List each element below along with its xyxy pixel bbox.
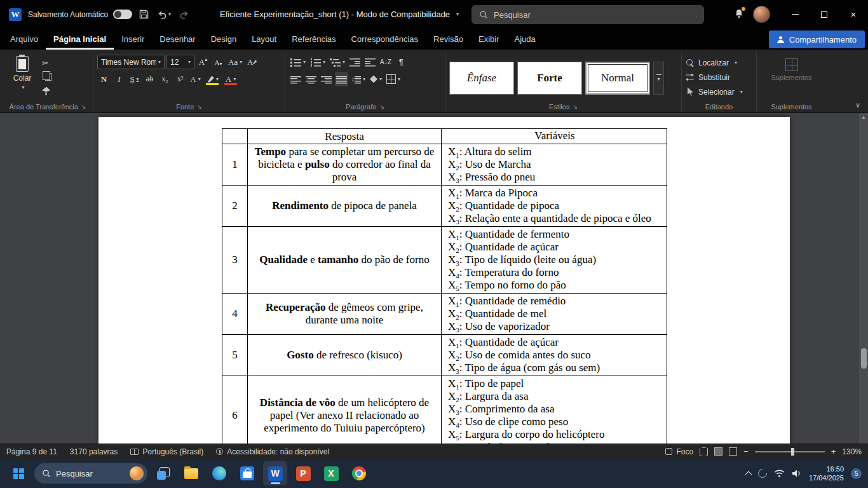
task-view-button[interactable] bbox=[151, 461, 175, 485]
word-count[interactable]: 3170 palavras bbox=[70, 447, 118, 456]
row-number-cell[interactable]: 1 bbox=[222, 144, 248, 186]
excel-taskbar-button[interactable]: X bbox=[319, 461, 343, 485]
scrollbar-thumb[interactable] bbox=[861, 348, 867, 369]
file-explorer-button[interactable] bbox=[179, 461, 203, 485]
paragraph-dialog-launcher[interactable]: ↘ bbox=[379, 104, 384, 110]
maximize-button[interactable] bbox=[810, 0, 839, 29]
resposta-cell[interactable]: Rendimento de pipoca de panela bbox=[248, 186, 442, 227]
read-mode-view-button[interactable] bbox=[700, 447, 708, 456]
styles-gallery-more-button[interactable]: ▾ bbox=[653, 62, 664, 95]
resposta-cell[interactable]: Recuperação de gêmeos com gripe, durante… bbox=[248, 294, 442, 335]
decrease-indent-button[interactable] bbox=[348, 55, 362, 69]
ribbon-tab-arquivo[interactable]: Arquivo bbox=[3, 29, 46, 50]
chrome-taskbar-button[interactable] bbox=[347, 461, 371, 485]
format-painter-button[interactable] bbox=[42, 86, 57, 96]
shrink-font-button[interactable]: A▾ bbox=[212, 55, 225, 69]
font-dialog-launcher[interactable]: ↘ bbox=[197, 104, 202, 110]
notification-badge[interactable]: 5 bbox=[851, 468, 862, 479]
align-center-button[interactable] bbox=[304, 72, 318, 86]
resposta-cell[interactable]: Qualidade e tamanho do pão de forno bbox=[248, 227, 442, 294]
shading-button[interactable]: ▾ bbox=[369, 72, 383, 86]
zoom-in-button[interactable]: + bbox=[831, 447, 836, 456]
paste-button[interactable]: Colar ▾ bbox=[6, 53, 38, 100]
ribbon-tab-desenhar[interactable]: Desenhar bbox=[152, 29, 203, 50]
autosave-toggle[interactable] bbox=[113, 10, 132, 19]
variaveis-cell[interactable]: X1: Marca da PipocaX2: Quantidade de pip… bbox=[442, 186, 667, 227]
ribbon-tab-revisao[interactable]: Revisão bbox=[426, 29, 471, 50]
undo-button[interactable]: ▾ bbox=[155, 6, 173, 24]
zoom-out-button[interactable]: − bbox=[743, 447, 749, 456]
header-empty-cell[interactable] bbox=[222, 129, 248, 144]
document-page[interactable]: Resposta Variáveis 1Tempo para se comple… bbox=[98, 117, 790, 444]
minimize-button[interactable] bbox=[780, 0, 810, 29]
close-button[interactable]: × bbox=[839, 0, 868, 29]
style-forte[interactable]: Forte bbox=[517, 62, 582, 95]
variaveis-cell[interactable]: X1: Quantidade de açúcarX2: Uso de comid… bbox=[442, 335, 667, 376]
underline-button[interactable]: S▾ bbox=[128, 72, 141, 86]
sync-icon[interactable] bbox=[756, 467, 769, 480]
style-enfase[interactable]: Ênfase bbox=[449, 62, 514, 95]
variaveis-cell[interactable]: X1: Quantidade de fermentoX2: Quantidade… bbox=[442, 227, 667, 294]
variaveis-cell[interactable]: X1: Tipo de papelX2: Largura da asaX3: C… bbox=[442, 376, 667, 444]
zoom-slider-thumb[interactable] bbox=[791, 448, 794, 456]
justify-button[interactable] bbox=[335, 72, 348, 86]
wifi-icon[interactable] bbox=[774, 469, 785, 478]
row-number-cell[interactable]: 4 bbox=[222, 294, 248, 335]
web-layout-view-button[interactable] bbox=[729, 447, 737, 456]
variaveis-cell[interactable]: X1: Quantidade de remédioX2: Quantidade … bbox=[442, 294, 667, 335]
language-indicator[interactable]: Português (Brasil) bbox=[130, 447, 203, 456]
taskbar-search[interactable]: Pesquisar bbox=[34, 463, 147, 484]
resposta-cell[interactable]: Distância de vôo de um helicóptero de pa… bbox=[248, 376, 442, 444]
start-button[interactable] bbox=[6, 461, 31, 485]
collapse-ribbon-button[interactable]: ∨ bbox=[855, 101, 860, 109]
volume-icon[interactable] bbox=[792, 469, 802, 478]
redo-button[interactable] bbox=[175, 6, 193, 24]
hidden-icons-chevron-icon[interactable] bbox=[745, 471, 752, 478]
accessibility-indicator[interactable]: Acessibilidade: não disponível bbox=[216, 447, 329, 456]
copy-button[interactable] bbox=[42, 72, 57, 82]
resposta-cell[interactable]: Gosto de refresco (kisuco) bbox=[248, 335, 442, 376]
align-left-button[interactable] bbox=[289, 72, 302, 86]
sort-button[interactable]: A↓Z bbox=[379, 55, 393, 69]
row-number-cell[interactable]: 5 bbox=[222, 335, 248, 376]
italic-button[interactable]: I bbox=[112, 72, 126, 86]
font-color-button[interactable]: A▾ bbox=[222, 72, 239, 86]
row-number-cell[interactable]: 3 bbox=[222, 227, 248, 294]
font-family-combo[interactable]: Times New Roman▾ bbox=[97, 55, 165, 69]
clipboard-dialog-launcher[interactable]: ↘ bbox=[81, 104, 86, 110]
borders-button[interactable]: ▾ bbox=[385, 72, 402, 86]
subscript-button[interactable]: x₂ bbox=[158, 72, 172, 86]
clear-formatting-button[interactable]: A bbox=[245, 55, 259, 69]
edge-button[interactable] bbox=[207, 461, 231, 485]
ribbon-tab-inserir[interactable]: Inserir bbox=[114, 29, 152, 50]
bold-button[interactable]: N bbox=[97, 72, 111, 86]
ribbon-tab-layout[interactable]: Layout bbox=[244, 29, 284, 50]
ribbon-tab-design[interactable]: Design bbox=[203, 29, 244, 50]
replace-button[interactable]: Substituir bbox=[686, 71, 752, 84]
highlight-color-button[interactable]: ▾ bbox=[204, 72, 220, 86]
strikethrough-button[interactable]: ab bbox=[143, 72, 156, 86]
ribbon-tab-correspondencias[interactable]: Correspondências bbox=[344, 29, 426, 50]
select-button[interactable]: Selecionar▾ bbox=[686, 85, 752, 98]
ribbon-tab-ajuda[interactable]: Ajuda bbox=[507, 29, 543, 50]
font-size-combo[interactable]: 12▾ bbox=[166, 55, 194, 69]
style-normal[interactable]: Normal bbox=[585, 62, 650, 95]
styles-dialog-launcher[interactable]: ↘ bbox=[573, 104, 578, 110]
autosave-control[interactable]: Salvamento Automático bbox=[28, 10, 132, 19]
save-button[interactable] bbox=[135, 6, 153, 24]
show-marks-button[interactable]: ¶ bbox=[395, 55, 408, 69]
align-right-button[interactable] bbox=[320, 72, 333, 86]
text-effects-button[interactable]: A▾ bbox=[189, 72, 202, 86]
multilevel-list-button[interactable]: ▾ bbox=[329, 55, 346, 69]
zoom-slider[interactable] bbox=[755, 451, 825, 452]
alerts-icon[interactable] bbox=[734, 8, 744, 21]
numbering-button[interactable]: ▾ bbox=[309, 55, 327, 69]
focus-button[interactable]: Foco bbox=[665, 447, 693, 456]
taskbar-clock[interactable]: 16:50 17/04/2025 bbox=[809, 464, 844, 482]
page-indicator[interactable]: Página 9 de 11 bbox=[6, 447, 57, 456]
titlebar-search[interactable]: Pesquisar bbox=[471, 5, 704, 24]
vertical-scrollbar[interactable]: ▲ bbox=[859, 113, 868, 444]
superscript-button[interactable]: x² bbox=[173, 72, 187, 86]
undo-menu-chevron-icon[interactable]: ▾ bbox=[168, 11, 171, 17]
ribbon-tab-exibir[interactable]: Exibir bbox=[471, 29, 507, 50]
